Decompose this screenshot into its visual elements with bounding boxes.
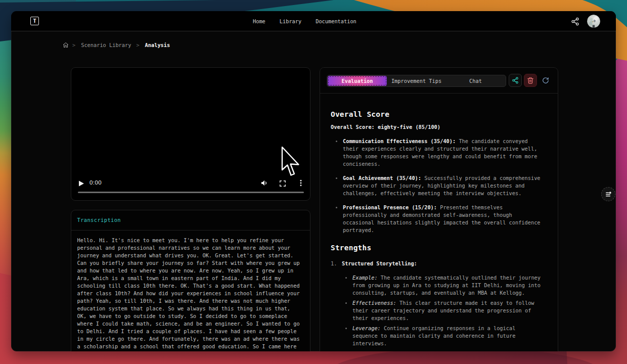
sub-bullet-label: Example: (352, 275, 378, 281)
sub-bullet-content: Example: The candidate systematically ou… (352, 274, 542, 297)
analysis-tabs: Evaluation Improvement Tips Chat (327, 75, 506, 87)
strength-title: Structured Storytelling: (342, 260, 417, 267)
video-more-options-icon[interactable] (297, 179, 305, 187)
sub-bullet-content: Effectiveness: This clear structure made… (352, 299, 542, 322)
strength-item-1: 1. Structured Storytelling: (331, 260, 547, 267)
side-notes-toggle-button[interactable] (601, 187, 615, 201)
sub-bullet-text: The candidate systematically outlined th… (352, 275, 541, 296)
fullscreen-icon[interactable] (279, 179, 286, 187)
strengths-heading: Strengths (331, 243, 547, 253)
list-icon (605, 191, 612, 198)
share-analysis-button[interactable] (509, 74, 522, 87)
list-item: Professional Presence (15/20): Presented… (331, 204, 545, 234)
refresh-analysis-button[interactable] (539, 74, 552, 87)
tab-improvement-tips[interactable]: Improvement Tips (387, 76, 446, 86)
bullet-label: Professional Presence (15/20): (343, 204, 437, 210)
bullet-label: Communication Effectiveness (35/40): (343, 138, 456, 144)
strength-number: 1. (331, 260, 342, 267)
navbar-right (571, 11, 600, 31)
left-column: 0:00 (71, 67, 310, 351)
transcription-panel: Transcription Hello. Hi. It's nice to me… (71, 210, 310, 351)
breadcrumb-scenario-library[interactable]: Scenario Library (81, 42, 131, 48)
play-button-icon[interactable] (78, 179, 85, 187)
analysis-panel-header: Evaluation Improvement Tips Chat (320, 68, 558, 94)
breadcrumb: > Scenario Library > Analysis (63, 39, 170, 51)
sub-bullet-label: Leverage: (352, 325, 381, 331)
bullet-content: Goal Achievement (35/40): Successfully p… (343, 174, 545, 197)
app-window: T Home Library Documentation (11, 11, 616, 351)
transcription-title: Transcription (77, 210, 304, 223)
top-navbar: T Home Library Documentation (11, 11, 616, 31)
analysis-panel: Evaluation Improvement Tips Chat (320, 67, 558, 351)
breadcrumb-separator-icon: > (72, 42, 75, 48)
list-item: Goal Achievement (35/40): Successfully p… (331, 174, 545, 197)
list-item: Leverage: Continue organizing responses … (340, 325, 547, 347)
nav-links: Home Library Documentation (253, 11, 356, 31)
overall-score-heading: Overall Score (331, 109, 547, 120)
bullet-content: Professional Presence (15/20): Presented… (343, 204, 545, 234)
breadcrumb-analysis: Analysis (145, 42, 170, 48)
refresh-icon (542, 77, 549, 84)
tab-chat[interactable]: Chat (446, 76, 505, 86)
bullet-label: Goal Achievement (35/40): (343, 175, 421, 181)
bullet-content: Communication Effectiveness (35/40): The… (343, 138, 545, 168)
trash-icon (527, 77, 534, 84)
nav-link-library[interactable]: Library (280, 18, 301, 24)
list-item: Effectiveness: This clear structure made… (340, 299, 547, 322)
list-item: Example: The candidate systematically ou… (340, 274, 547, 297)
tab-evaluation[interactable]: Evaluation (328, 76, 387, 86)
video-current-time: 0:00 (89, 179, 102, 186)
video-progress-bar[interactable] (78, 192, 304, 193)
share-icon[interactable] (571, 17, 579, 26)
nav-link-home[interactable]: Home (253, 18, 265, 24)
home-icon[interactable] (63, 42, 69, 48)
list-item: Communication Effectiveness (35/40): The… (331, 138, 545, 168)
app-logo-letter: T (33, 18, 36, 24)
transcription-text: Hello. Hi. It's nice to meet you. I'm he… (77, 237, 301, 351)
score-bullet-list: Communication Effectiveness (35/40): The… (331, 138, 547, 234)
evaluation-content: Overall Score Overall Score: eighty-five… (320, 94, 558, 351)
video-controls: 0:00 (71, 178, 310, 189)
overall-score-line: Overall Score: eighty-five (85/100) (331, 123, 547, 131)
nav-link-documentation[interactable]: Documentation (316, 18, 356, 24)
video-player[interactable]: 0:00 (71, 67, 310, 201)
transcription-divider (71, 230, 310, 231)
app-logo[interactable]: T (30, 17, 39, 25)
sub-bullet-content: Leverage: Continue organizing responses … (352, 325, 542, 347)
volume-icon[interactable] (260, 179, 268, 187)
sub-bullet-label: Effectiveness: (352, 300, 396, 306)
strength-sub-list: Example: The candidate systematically ou… (340, 274, 547, 347)
delete-analysis-button[interactable] (524, 74, 537, 87)
breadcrumb-separator-icon: > (136, 42, 139, 48)
share-icon (512, 77, 519, 84)
panel-actions (509, 74, 552, 87)
user-avatar[interactable] (587, 15, 600, 28)
